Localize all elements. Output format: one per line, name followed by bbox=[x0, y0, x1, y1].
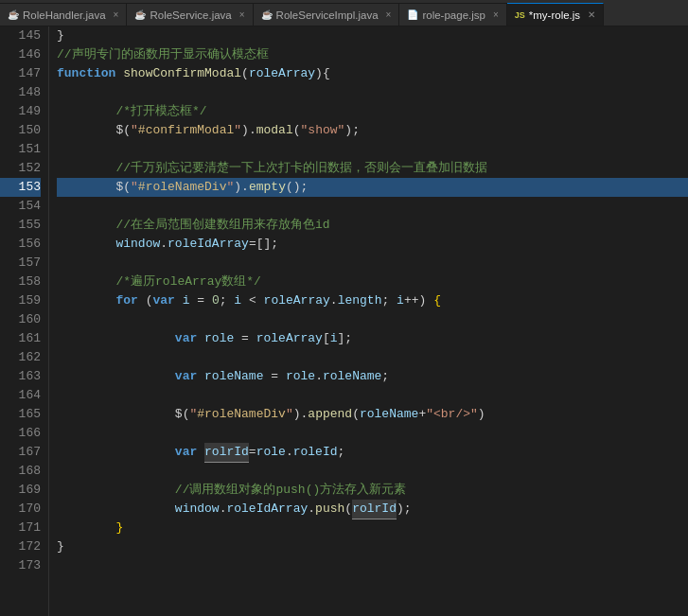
code-line-168 bbox=[57, 462, 688, 481]
tab-bar: ☕ RoleHandler.java × ☕ RoleService.java … bbox=[0, 0, 688, 26]
line-num-163: 163 bbox=[0, 367, 41, 386]
code-line-148 bbox=[57, 83, 688, 102]
line-num-152: 152 bbox=[0, 159, 41, 178]
tab-label: RoleHandler.java bbox=[23, 9, 106, 21]
line-num-166: 166 bbox=[0, 424, 41, 443]
tab-icon: 📄 bbox=[407, 9, 418, 20]
code-line-172: } bbox=[57, 537, 688, 556]
line-num-165: 165 bbox=[0, 405, 41, 424]
code-line-164 bbox=[57, 386, 688, 405]
line-num-145: 145 bbox=[0, 26, 41, 45]
tab-label: role-page.jsp bbox=[422, 9, 485, 21]
line-num-159: 159 bbox=[0, 291, 41, 310]
code-line-145: } bbox=[57, 26, 688, 45]
tab-icon: ☕ bbox=[8, 9, 19, 20]
line-num-161: 161 bbox=[0, 329, 41, 348]
code-line-166 bbox=[57, 424, 688, 443]
line-num-157: 157 bbox=[0, 254, 41, 273]
line-num-171: 171 bbox=[0, 519, 41, 537]
code-line-155: //在全局范围创建数组用来存放角色id bbox=[57, 216, 688, 235]
line-num-160: 160 bbox=[0, 310, 41, 329]
tab-close-icon[interactable]: ✕ bbox=[588, 9, 595, 20]
line-num-146: 146 bbox=[0, 45, 41, 64]
tab-close-icon[interactable]: × bbox=[386, 9, 392, 20]
code-line-162 bbox=[57, 348, 688, 367]
code-line-165: $("#roleNameDiv").append(roleName+"<br/>… bbox=[57, 405, 688, 424]
code-line-152: //千万别忘记要清楚一下上次打卡的旧数据，否则会一直叠加旧数据 bbox=[57, 159, 688, 178]
code-line-170: window.roleIdArray.push(rolrId); bbox=[57, 500, 688, 519]
tab-my-role[interactable]: JS *my-role.js ✕ bbox=[507, 3, 604, 26]
line-num-172: 172 bbox=[0, 537, 41, 556]
tab-RoleServiceImpl[interactable]: ☕ RoleServiceImpl.java × bbox=[254, 3, 400, 26]
line-num-155: 155 bbox=[0, 216, 41, 235]
code-line-154 bbox=[57, 197, 688, 216]
line-num-169: 169 bbox=[0, 481, 41, 500]
line-num-162: 162 bbox=[0, 348, 41, 367]
code-line-167: var rolrId=role.roleId; bbox=[57, 443, 688, 462]
code-line-160 bbox=[57, 310, 688, 329]
tab-label: *my-role.js bbox=[529, 9, 580, 21]
code-line-161: var role = roleArray[i]; bbox=[57, 329, 688, 348]
line-num-170: 170 bbox=[0, 500, 41, 519]
line-numbers: 145 146 147 148 149 150 151 152 153 154 … bbox=[0, 26, 49, 616]
line-num-173: 173 bbox=[0, 556, 41, 575]
tab-close-icon[interactable]: × bbox=[239, 9, 245, 20]
line-num-148: 148 bbox=[0, 83, 41, 102]
code-line-149: /*打开模态框*/ bbox=[57, 102, 688, 121]
code-line-169: //调用数组对象的push()方法存入新元素 bbox=[57, 481, 688, 500]
line-num-151: 151 bbox=[0, 140, 41, 159]
line-num-153: 153 bbox=[0, 178, 41, 197]
tab-RoleHandler[interactable]: ☕ RoleHandler.java × bbox=[0, 3, 127, 26]
tab-RoleService[interactable]: ☕ RoleService.java × bbox=[127, 3, 253, 26]
tab-icon: ☕ bbox=[261, 9, 273, 20]
code-line-150: $("#confirmModal").modal("show"); bbox=[57, 121, 688, 140]
tab-close-icon[interactable]: × bbox=[114, 9, 119, 20]
tab-icon: JS bbox=[515, 10, 525, 20]
code-area[interactable]: } //声明专门的函数用于显示确认模态框 function showConfir… bbox=[49, 26, 688, 616]
line-num-154: 154 bbox=[0, 197, 41, 216]
code-line-171: } bbox=[57, 519, 688, 537]
code-line-173 bbox=[57, 556, 688, 575]
line-num-167: 167 bbox=[0, 443, 41, 462]
code-line-159: for (var i = 0; i < roleArray.length; i+… bbox=[57, 291, 688, 310]
line-num-150: 150 bbox=[0, 121, 41, 140]
line-num-158: 158 bbox=[0, 273, 41, 291]
code-line-158: /*遍历roleArray数组*/ bbox=[57, 273, 688, 291]
line-num-156: 156 bbox=[0, 235, 41, 254]
tab-role-page[interactable]: 📄 role-page.jsp × bbox=[399, 3, 506, 26]
code-line-146: //声明专门的函数用于显示确认模态框 bbox=[57, 45, 688, 64]
line-num-147: 147 bbox=[0, 64, 41, 83]
tab-icon: ☕ bbox=[134, 9, 146, 20]
line-num-149: 149 bbox=[0, 102, 41, 121]
tab-label: RoleService.java bbox=[150, 9, 231, 21]
code-line-147: function showConfirmModal(roleArray){ bbox=[57, 64, 688, 83]
code-line-151 bbox=[57, 140, 688, 159]
tab-label: RoleServiceImpl.java bbox=[276, 9, 379, 21]
editor: 145 146 147 148 149 150 151 152 153 154 … bbox=[0, 26, 688, 616]
code-line-153: $("#roleNameDiv").empty(); bbox=[57, 178, 688, 197]
line-num-164: 164 bbox=[0, 386, 41, 405]
code-line-163: var roleName = role.roleName; bbox=[57, 367, 688, 386]
line-num-168: 168 bbox=[0, 462, 41, 481]
code-line-157 bbox=[57, 254, 688, 273]
tab-close-icon[interactable]: × bbox=[493, 9, 499, 20]
code-line-156: window.roleIdArray=[]; bbox=[57, 235, 688, 254]
